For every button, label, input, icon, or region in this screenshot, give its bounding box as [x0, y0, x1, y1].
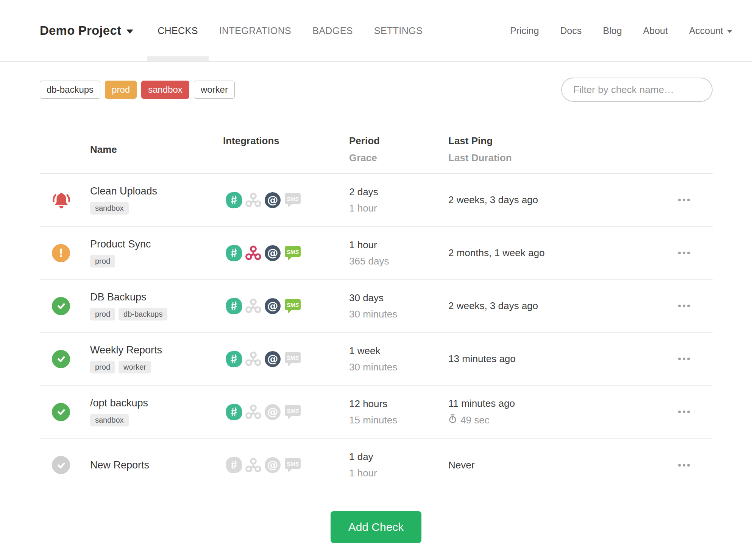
integration-icons: # @ SMS — [226, 192, 349, 208]
period-value: 12 hours — [349, 398, 448, 410]
period-value: 1 week — [349, 345, 448, 357]
site-nav: PricingDocsBlogAbout Account — [499, 0, 743, 61]
status-icon — [52, 403, 70, 421]
email-integration-icon[interactable]: @ — [265, 404, 281, 420]
row-menu-button[interactable] — [674, 407, 694, 417]
webhook-integration-icon[interactable] — [245, 351, 261, 367]
webhook-integration-icon[interactable] — [245, 404, 261, 420]
row-menu-button[interactable] — [674, 354, 694, 364]
nav-link-blog[interactable]: Blog — [592, 25, 632, 36]
add-check-area: Add Check — [0, 511, 752, 543]
row-menu-button[interactable] — [674, 248, 694, 258]
project-name: Demo Project — [40, 23, 121, 38]
email-integration-icon[interactable]: @ — [265, 457, 281, 473]
filter-tag-prod[interactable]: prod — [105, 81, 137, 99]
chevron-down-icon — [727, 30, 732, 33]
svg-text:SMS: SMS — [287, 460, 299, 467]
check-tags: proddb-backups — [90, 308, 223, 320]
slack-integration-icon[interactable]: # — [226, 244, 243, 261]
webhook-integration-icon[interactable] — [245, 245, 261, 261]
check-tags: prodworker — [90, 361, 223, 373]
check-icon — [56, 407, 66, 417]
check-tag: prod — [90, 255, 115, 268]
svg-text:SMS: SMS — [287, 408, 299, 414]
tab-integrations[interactable]: INTEGRATIONS — [209, 0, 302, 61]
check-tag: prod — [90, 308, 115, 320]
slack-integration-icon[interactable]: # — [226, 403, 243, 420]
filter-tag-worker[interactable]: worker — [194, 81, 235, 99]
period-value: 1 hour — [349, 239, 448, 251]
last-ping-value: 11 minutes ago — [448, 398, 663, 409]
sms-integration-icon[interactable]: SMS — [284, 351, 301, 367]
account-label: Account — [689, 25, 723, 36]
slack-integration-icon[interactable]: # — [226, 457, 243, 474]
add-check-button[interactable]: Add Check — [331, 511, 422, 543]
webhook-integration-icon[interactable] — [245, 457, 261, 473]
check-row: ! Product Sync prod # @ SMS 1 hour 365 d… — [40, 227, 713, 280]
header-last-duration: Last Duration — [448, 152, 663, 164]
table-body: Clean Uploads sandbox # @ SMS 2 days 1 h… — [40, 174, 713, 492]
last-ping-value: 2 months, 1 week ago — [448, 247, 663, 259]
status-icon — [52, 297, 70, 315]
webhook-integration-icon[interactable] — [245, 298, 261, 314]
status-icon: ! — [52, 244, 70, 262]
last-duration-value: 49 sec — [460, 414, 490, 426]
header-period: Period — [349, 135, 448, 147]
check-row: New Reports # @ SMS 1 day 1 hour Never — [40, 439, 713, 492]
grace-value: 15 minutes — [349, 414, 448, 426]
row-menu-button[interactable] — [674, 460, 694, 470]
check-tag: sandbox — [90, 202, 129, 215]
nav-link-pricing[interactable]: Pricing — [499, 25, 549, 36]
webhook-integration-icon[interactable] — [245, 192, 261, 208]
sms-integration-icon[interactable]: SMS — [284, 457, 301, 473]
bell-icon — [52, 191, 71, 209]
check-name[interactable]: /opt backups — [90, 397, 223, 409]
check-icon — [56, 301, 66, 311]
email-integration-icon[interactable]: @ — [265, 351, 281, 367]
check-tag: prod — [90, 361, 115, 373]
nav-link-docs[interactable]: Docs — [549, 25, 592, 36]
check-tags: sandbox — [90, 414, 223, 426]
tab-badges[interactable]: BADGES — [302, 0, 364, 61]
email-integration-icon[interactable]: @ — [265, 298, 281, 314]
check-tags: prod — [90, 255, 223, 268]
slack-integration-icon[interactable]: # — [226, 297, 243, 314]
sms-integration-icon[interactable]: SMS — [284, 245, 301, 261]
row-menu-button[interactable] — [674, 301, 694, 311]
account-menu[interactable]: Account — [679, 25, 743, 36]
email-integration-icon[interactable]: @ — [265, 245, 281, 261]
check-name[interactable]: Product Sync — [90, 238, 223, 250]
filter-tag-sandbox[interactable]: sandbox — [141, 81, 189, 99]
filter-tag-db-backups[interactable]: db-backups — [40, 81, 100, 99]
integration-icons: # @ SMS — [226, 404, 349, 420]
search-input[interactable] — [561, 78, 713, 102]
period-value: 30 days — [349, 292, 448, 304]
tab-settings[interactable]: SETTINGS — [364, 0, 433, 61]
filter-tag-list: db-backupsprodsandboxworker — [40, 81, 235, 99]
check-name[interactable]: Clean Uploads — [90, 185, 223, 197]
check-tag: db-backups — [119, 308, 167, 320]
sms-integration-icon[interactable]: SMS — [284, 298, 301, 314]
nav-link-about[interactable]: About — [632, 25, 678, 36]
sms-integration-icon[interactable]: SMS — [284, 404, 301, 420]
check-name[interactable]: Weekly Reports — [90, 344, 223, 356]
last-duration: 49 sec — [448, 414, 663, 426]
project-switcher[interactable]: Demo Project — [40, 23, 133, 38]
integration-icons: # @ SMS — [226, 457, 349, 473]
check-icon — [56, 354, 66, 364]
check-row: DB Backups proddb-backups # @ SMS 30 day… — [40, 280, 713, 333]
row-menu-button[interactable] — [674, 195, 694, 205]
slack-integration-icon[interactable]: # — [226, 191, 243, 208]
check-name[interactable]: New Reports — [90, 459, 223, 471]
status-icon — [52, 350, 70, 368]
grace-value: 365 days — [349, 255, 448, 267]
email-integration-icon[interactable]: @ — [265, 192, 281, 208]
header-last-ping: Last Ping — [448, 135, 663, 147]
sms-integration-icon[interactable]: SMS — [284, 192, 301, 208]
last-ping-value: 2 weeks, 3 days ago — [448, 194, 663, 206]
check-name[interactable]: DB Backups — [90, 291, 223, 303]
check-row: Clean Uploads sandbox # @ SMS 2 days 1 h… — [40, 174, 713, 227]
stopwatch-icon — [448, 414, 457, 426]
tab-checks[interactable]: CHECKS — [147, 0, 209, 61]
slack-integration-icon[interactable]: # — [226, 350, 243, 367]
